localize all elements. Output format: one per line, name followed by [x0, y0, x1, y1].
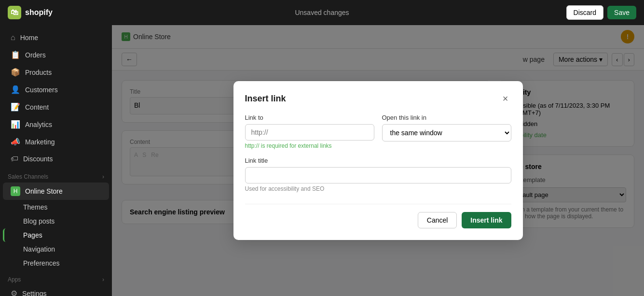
insert-link-button[interactable]: Insert link [462, 212, 511, 228]
shopify-icon: 🛍 [8, 6, 21, 19]
insert-link-modal: Insert link × Link to http:// is require… [233, 81, 523, 240]
sidebar-item-online-store[interactable]: H Online Store [3, 183, 109, 200]
layout: ⌂ Home 📋 Orders 📦 Products 👤 Customers 📝… [0, 25, 644, 296]
sidebar-item-label-discounts: Discounts [23, 155, 53, 163]
sidebar-sub-themes[interactable]: Themes [3, 200, 109, 214]
sidebar-item-content[interactable]: 📝 Content [3, 99, 109, 115]
expand-sales-channels-icon[interactable]: › [102, 173, 104, 180]
analytics-icon: 📊 [11, 120, 20, 129]
cancel-button[interactable]: Cancel [418, 212, 457, 228]
sidebar-item-customers[interactable]: 👤 Customers [3, 81, 109, 98]
sidebar-item-analytics[interactable]: 📊 Analytics [3, 116, 109, 133]
save-button[interactable]: Save [607, 6, 636, 19]
customers-icon: 👤 [11, 85, 20, 94]
sidebar-item-label-orders: Orders [25, 51, 46, 59]
modal-overlay[interactable]: Insert link × Link to http:// is require… [112, 25, 644, 296]
products-icon: 📦 [11, 68, 20, 77]
sidebar-item-label-marketing: Marketing [25, 138, 55, 146]
marketing-icon: 📣 [11, 137, 20, 146]
modal-close-button[interactable]: × [500, 93, 511, 104]
online-store-icon: H [11, 186, 20, 196]
main-content: H Online Store ! ← w page More actions ▾… [112, 25, 644, 296]
open-in-field: Open this link in the same window a new … [382, 114, 511, 149]
logo-text: shopify [25, 8, 53, 17]
discard-button[interactable]: Discard [566, 5, 603, 20]
link-to-field: Link to http:// is required for external… [245, 114, 374, 149]
expand-apps-icon[interactable]: › [102, 276, 104, 283]
settings-icon: ⚙ [11, 289, 17, 296]
link-to-label: Link to [245, 114, 374, 121]
modal-footer: Cancel Insert link [245, 204, 511, 228]
sidebar-item-label-settings: Settings [22, 290, 47, 296]
online-store-label: Online Store [25, 187, 63, 195]
modal-title: Insert link [245, 94, 286, 104]
discounts-icon: 🏷 [11, 155, 18, 163]
sidebar-item-settings[interactable]: ⚙ Settings [3, 285, 109, 296]
sidebar-item-discounts[interactable]: 🏷 Discounts [3, 151, 109, 167]
accessibility-hint: Used for accessibility and SEO [245, 185, 511, 192]
content-icon: 📝 [11, 102, 20, 112]
topbar-actions: Discard Save [566, 5, 636, 20]
open-in-select[interactable]: the same window a new window [382, 124, 511, 141]
sidebar-item-label-products: Products [25, 69, 52, 76]
home-icon: ⌂ [11, 33, 15, 42]
sidebar-item-label-home: Home [20, 34, 38, 42]
link-title-input[interactable] [245, 167, 511, 183]
sales-channels-section: Sales channels › [0, 168, 112, 182]
sidebar-item-products[interactable]: 📦 Products [3, 64, 109, 81]
logo: 🛍 shopify [8, 6, 53, 19]
apps-section: Apps › [0, 270, 112, 285]
sidebar-item-label-content: Content [25, 103, 49, 111]
sidebar-item-label-analytics: Analytics [25, 121, 52, 128]
sidebar-sub-navigation[interactable]: Navigation [3, 242, 109, 256]
sidebar-item-orders[interactable]: 📋 Orders [3, 46, 109, 63]
sidebar-item-home[interactable]: ⌂ Home [3, 29, 109, 46]
open-in-label: Open this link in [382, 114, 511, 121]
sidebar-sub-blog-posts[interactable]: Blog posts [3, 214, 109, 228]
orders-icon: 📋 [11, 50, 20, 59]
link-hint: http:// is required for external links [245, 142, 374, 149]
topbar: 🛍 shopify Unsaved changes Discard Save [0, 0, 644, 25]
modal-link-row: Link to http:// is required for external… [245, 114, 511, 149]
link-to-input[interactable] [245, 124, 374, 141]
sidebar-item-label-customers: Customers [25, 86, 58, 94]
link-title-section: Link title Used for accessibility and SE… [245, 157, 511, 192]
sidebar-item-marketing[interactable]: 📣 Marketing [3, 133, 109, 150]
topbar-title: Unsaved changes [295, 9, 349, 16]
sidebar: ⌂ Home 📋 Orders 📦 Products 👤 Customers 📝… [0, 25, 112, 296]
link-title-label: Link title [245, 157, 511, 164]
sidebar-sub-pages[interactable]: Pages [3, 228, 109, 242]
sidebar-sub-preferences[interactable]: Preferences [3, 256, 109, 270]
modal-header: Insert link × [245, 93, 511, 104]
